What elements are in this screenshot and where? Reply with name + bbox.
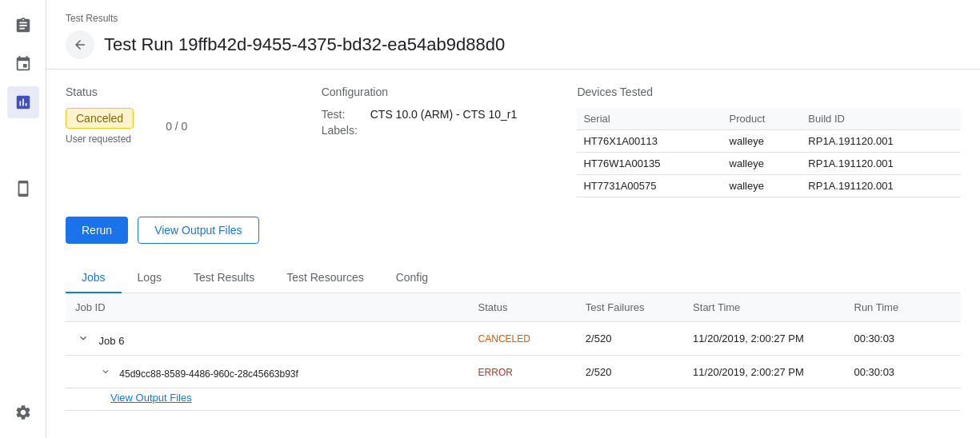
tab-jobs[interactable]: Jobs xyxy=(66,263,122,293)
info-row: Status Canceled User requested 0 / 0 Con… xyxy=(66,86,961,197)
jobs-col-id: Job ID xyxy=(66,293,469,322)
header: Test Results Test Run 19ffb42d-9455-4375… xyxy=(46,0,980,70)
jobs-col-start: Start Time xyxy=(683,293,844,322)
devices-col-product: Product xyxy=(723,108,802,130)
job-run-time: 00:30:03 xyxy=(845,322,962,356)
devices-row: HT76W1A00135 walleye RP1A.191120.001 xyxy=(577,153,961,175)
device-build-id: RP1A.191120.001 xyxy=(802,175,961,197)
sidebar xyxy=(0,0,46,438)
status-section: Status Canceled User requested 0 / 0 xyxy=(66,86,322,197)
tab-test-resources[interactable]: Test Resources xyxy=(270,263,379,293)
job-start-time: 11/20/2019, 2:00:27 PM xyxy=(683,322,844,356)
config-test-value: CTS 10.0 (ARM) - CTS 10_r1 xyxy=(370,108,518,121)
devices-section: Devices Tested Serial Product Build ID H… xyxy=(577,86,961,197)
tab-logs[interactable]: Logs xyxy=(122,263,178,293)
view-output-button[interactable]: View Output Files xyxy=(138,217,258,244)
jobs-table: Job ID Status Test Failures Start Time R… xyxy=(66,293,961,411)
device-serial: HT76X1A00113 xyxy=(577,130,722,153)
tab-config[interactable]: Config xyxy=(380,263,444,293)
sub-job-failures: 2/520 xyxy=(576,356,683,388)
status-title: Status xyxy=(66,86,322,98)
job-id: Job 6 xyxy=(66,322,469,356)
sidebar-icon-settings[interactable] xyxy=(7,396,39,428)
jobs-col-status: Status xyxy=(469,293,576,322)
job-status: CANCELED xyxy=(469,322,576,356)
device-serial: HT7731A00575 xyxy=(577,175,722,197)
config-labels-key: Labels: xyxy=(322,124,366,137)
devices-row: HT76X1A00113 walleye RP1A.191120.001 xyxy=(577,130,961,153)
status-badge: Canceled xyxy=(66,108,134,129)
config-section: Configuration Test: CTS 10.0 (ARM) - CTS… xyxy=(322,86,578,197)
sub-job-status: ERROR xyxy=(469,356,576,388)
sidebar-icon-clipboard[interactable] xyxy=(7,10,39,42)
device-product: walleye xyxy=(723,130,802,153)
device-product: walleye xyxy=(723,153,802,175)
view-output-row: View Output Files xyxy=(66,388,961,411)
devices-title: Devices Tested xyxy=(577,86,961,98)
sub-job-run-time: 00:30:03 xyxy=(845,356,962,388)
expand-icon[interactable] xyxy=(75,330,91,346)
device-build-id: RP1A.191120.001 xyxy=(802,153,961,175)
devices-row: HT7731A00575 walleye RP1A.191120.001 xyxy=(577,175,961,197)
back-button[interactable] xyxy=(66,30,94,59)
status-sub: User requested xyxy=(66,133,134,145)
sub-expand-icon[interactable] xyxy=(98,364,114,380)
breadcrumb: Test Results xyxy=(66,13,961,24)
devices-col-serial: Serial xyxy=(577,108,722,130)
content-area: Status Canceled User requested 0 / 0 Con… xyxy=(46,70,980,438)
sidebar-icon-phone[interactable] xyxy=(7,173,39,205)
progress-text: 0 / 0 xyxy=(166,120,187,133)
config-title: Configuration xyxy=(322,86,578,98)
sub-job-start-time: 11/20/2019, 2:00:27 PM xyxy=(683,356,844,388)
devices-col-buildid: Build ID xyxy=(802,108,961,130)
sidebar-icon-analytics[interactable] xyxy=(7,86,39,118)
view-output-link[interactable]: View Output Files xyxy=(66,388,961,410)
job-failures: 2/520 xyxy=(576,322,683,356)
devices-table: Serial Product Build ID HT76X1A00113 wal… xyxy=(577,108,961,197)
page-title: Test Run 19ffb42d-9455-4375-bd32-ea54ab9… xyxy=(104,34,505,55)
device-serial: HT76W1A00135 xyxy=(577,153,722,175)
tabs: JobsLogsTest ResultsTest ResourcesConfig xyxy=(66,263,961,293)
job-row: Job 6 CANCELED 2/520 11/20/2019, 2:00:27… xyxy=(66,322,961,356)
config-test-key: Test: xyxy=(322,108,366,121)
jobs-col-failures: Test Failures xyxy=(576,293,683,322)
sidebar-icon-calendar[interactable] xyxy=(7,48,39,80)
action-buttons: Rerun View Output Files xyxy=(66,217,961,244)
rerun-button[interactable]: Rerun xyxy=(66,217,128,244)
main-content: Test Results Test Run 19ffb42d-9455-4375… xyxy=(46,0,980,438)
device-build-id: RP1A.191120.001 xyxy=(802,130,961,153)
jobs-col-runtime: Run Time xyxy=(845,293,962,322)
sub-job-row: 45d9cc88-8589-4486-960c-28c45663b93f ERR… xyxy=(66,356,961,388)
sub-job-id: 45d9cc88-8589-4486-960c-28c45663b93f xyxy=(66,356,469,388)
device-product: walleye xyxy=(723,175,802,197)
tab-test-results[interactable]: Test Results xyxy=(178,263,270,293)
